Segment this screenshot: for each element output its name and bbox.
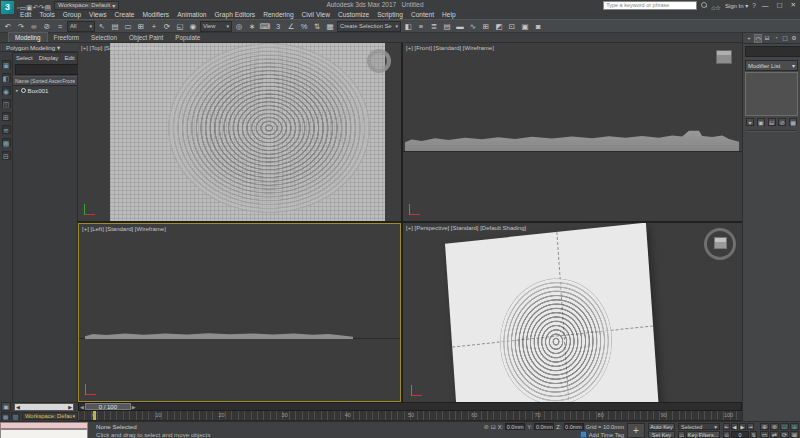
current-frame-field[interactable]: 0 <box>731 431 749 438</box>
toggle-ribbon-icon[interactable]: ▬ <box>454 20 466 32</box>
viewport-perspective[interactable]: [+] [Perspective] [Standard] [Default Sh… <box>403 223 742 402</box>
display-cameras-icon[interactable]: ◫ <box>2 99 11 108</box>
hierarchy-tab[interactable]: ⊟ <box>763 34 771 43</box>
ribbon-tab[interactable]: Freeform <box>48 33 86 42</box>
time-slider-handle[interactable]: 0 / 100 <box>85 403 131 410</box>
utilities-tab[interactable]: ⚙ <box>790 34 798 43</box>
key-filters-button[interactable]: Key Filters... <box>686 431 720 438</box>
align-icon[interactable]: ≡ <box>415 20 427 32</box>
polygon-modeling-panel-button[interactable]: Polygon Modeling ▾ <box>0 43 78 52</box>
modify-tab[interactable]: ◠ <box>754 34 762 43</box>
use-pivot-point-center-icon[interactable]: ◎ <box>233 20 245 32</box>
name-column-header[interactable]: Name (Sorted Ascending) <box>15 78 62 84</box>
toggle-scene-explorer-icon[interactable]: ≣ <box>428 20 440 32</box>
viewport-label[interactable]: [+] [Top] [Standard] [Wireframe] <box>81 45 165 51</box>
named-selection-set-dropdown[interactable]: Create Selection Se▾ <box>337 21 401 32</box>
bind-to-space-warp-icon[interactable]: ≈ <box>54 20 66 32</box>
viewport-top[interactable]: [+] [Top] [Standard] [Wireframe] <box>78 43 401 221</box>
explorer-object-row[interactable]: ▸ Box001 <box>13 86 77 94</box>
maxscript-mini-listener-white[interactable] <box>0 429 88 438</box>
ribbon-tab[interactable]: Selection <box>85 33 123 42</box>
minimize-button[interactable]: — <box>760 2 771 9</box>
mirror-icon[interactable]: ◧ <box>402 20 414 32</box>
viewcube[interactable] <box>714 237 727 249</box>
selection-lock-toggle-icon[interactable]: ⊘ <box>484 423 489 430</box>
viewport-left-active[interactable]: [+] [Left] [Standard] [Wireframe] <box>78 223 401 402</box>
sign-in-button[interactable]: Sign In ▾ <box>725 2 748 9</box>
select-and-manipulate-icon[interactable]: ∗ <box>246 20 258 32</box>
ribbon-tab[interactable]: Populate <box>169 33 206 42</box>
z-transform-field[interactable]: 0.0mm <box>564 423 584 430</box>
ribbon-tab[interactable]: Modeling <box>8 32 48 42</box>
zoom-region-icon[interactable]: ▭ <box>760 431 769 438</box>
window-crossing-icon[interactable]: ⊞ <box>135 20 147 32</box>
select-and-scale-icon[interactable]: ◱ <box>174 20 186 32</box>
curve-editor-icon[interactable]: ∿ <box>467 20 479 32</box>
keyboard-shortcut-override-icon[interactable]: ⌨ <box>259 20 271 32</box>
add-time-tag-button[interactable]: Add Time Tag <box>580 431 624 438</box>
keying-target-dropdown[interactable]: Selected▾ <box>678 423 720 430</box>
select-and-move-icon[interactable]: + <box>148 20 160 32</box>
menu-item[interactable]: Graph Editors <box>210 11 259 18</box>
rendered-frame-window-icon[interactable]: ▣ <box>519 20 531 32</box>
rectangular-selection-region-icon[interactable]: ▭ <box>122 20 134 32</box>
viewcube[interactable] <box>716 50 732 64</box>
redo-icon[interactable]: ↷ <box>15 20 27 32</box>
modifier-list-dropdown[interactable]: Modifier List ▾ <box>745 60 798 71</box>
menu-item[interactable]: Tools <box>35 11 58 18</box>
menu-item[interactable]: Create <box>111 11 139 18</box>
app-logo-icon[interactable]: 3 <box>1 1 14 14</box>
show-end-result-icon[interactable]: ▣ <box>757 118 765 126</box>
viewport-layout-tab-2[interactable]: ▥ <box>11 412 20 420</box>
menu-item[interactable]: Civil View <box>298 11 334 18</box>
pin-stack-icon[interactable]: ▾ <box>746 118 754 126</box>
time-slider[interactable]: ◀ 0 / 100 ▶ <box>78 402 742 411</box>
auto-key-button[interactable]: Auto Key <box>648 423 675 430</box>
menu-item[interactable]: Modifiers <box>138 11 173 18</box>
menu-item[interactable]: Animation <box>173 11 210 18</box>
snaps-toggle-3d-icon[interactable]: 3 <box>272 20 284 32</box>
menu-item[interactable]: Content <box>407 11 438 18</box>
y-transform-field[interactable]: 0.0mm <box>534 423 554 430</box>
workspace-dropdown[interactable]: Workspace: Default ▾ <box>54 1 119 10</box>
search-icon[interactable] <box>701 2 707 8</box>
zoom-all-icon[interactable]: ⊛ <box>770 423 779 430</box>
maxscript-mini-listener-pink[interactable] <box>0 422 88 429</box>
percent-snap-icon[interactable]: % <box>298 20 310 32</box>
angle-snap-icon[interactable]: ∠ <box>285 20 297 32</box>
unlink-selection-icon[interactable]: ⊘ <box>41 20 53 32</box>
explorer-menu-item[interactable]: Edit <box>64 55 74 61</box>
render-setup-icon[interactable]: ⊡ <box>506 20 518 32</box>
scroll-left-icon[interactable]: ◀ <box>15 404 21 410</box>
select-and-rotate-icon[interactable]: ⟳ <box>161 20 173 32</box>
selection-filter-dropdown[interactable]: All▾ <box>67 21 95 32</box>
help-icon[interactable]: ? <box>752 2 756 9</box>
display-helpers-icon[interactable]: ⊞ <box>2 112 11 121</box>
workspace-selector-bottom[interactable]: Workspace: Default ▾ <box>22 412 78 420</box>
viewport-label[interactable]: [+] [Left] [Standard] [Wireframe] <box>82 226 166 232</box>
play-animation-icon[interactable]: ▶ <box>739 423 746 430</box>
menu-item[interactable]: Help <box>438 11 460 18</box>
configure-modifier-sets-icon[interactable]: ▦ <box>789 118 797 126</box>
explorer-menu-item[interactable]: Display <box>39 55 59 61</box>
viewport-label[interactable]: [+] [Front] [Standard] [Wireframe] <box>406 45 494 51</box>
menu-item[interactable]: Rendering <box>259 11 297 18</box>
close-button[interactable]: ✕ <box>789 1 798 9</box>
reference-coordinate-system-dropdown[interactable]: View▾ <box>200 21 232 32</box>
modifier-stack-list[interactable] <box>745 72 798 116</box>
expand-arrow-icon[interactable]: ▸ <box>16 87 19 93</box>
menu-item[interactable]: Customize <box>334 11 373 18</box>
menu-item[interactable]: Group <box>59 11 85 18</box>
viewport-label[interactable]: [+] [Perspective] [Standard] [Default Sh… <box>406 225 526 231</box>
menu-item[interactable]: Edit <box>16 11 35 18</box>
select-and-link-icon[interactable]: ∞ <box>28 20 40 32</box>
viewport-layout-tab-1[interactable]: ▦ <box>1 412 10 420</box>
schematic-view-icon[interactable]: ⊞ <box>480 20 492 32</box>
key-mode-toggle-icon[interactable]: ⊙ <box>723 431 730 438</box>
select-by-name-icon[interactable]: ▤ <box>109 20 121 32</box>
spinner-snap-icon[interactable]: ⇅ <box>311 20 323 32</box>
orbit-icon[interactable]: ⟳ <box>780 431 789 438</box>
previous-frame-icon[interactable]: ◀ <box>731 423 738 430</box>
track-bar[interactable]: 0102030405060708090100 <box>78 411 742 421</box>
set-key-button[interactable]: Set Key <box>648 431 675 438</box>
